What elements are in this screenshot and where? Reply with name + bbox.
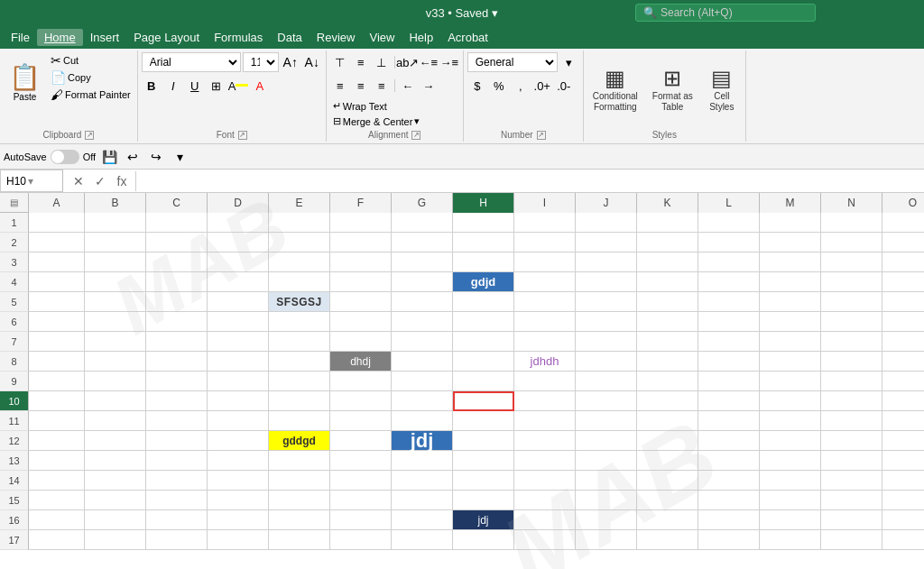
cell-A3[interactable] (29, 252, 85, 272)
col-header-E[interactable]: E (269, 193, 330, 213)
increase-indent-button[interactable]: → (419, 76, 439, 96)
cell-D6[interactable] (208, 312, 269, 332)
orientation-button[interactable]: ab↗ (398, 52, 418, 72)
cell-L15[interactable] (698, 491, 760, 510)
cell-E11[interactable] (269, 411, 330, 431)
col-header-A[interactable]: A (29, 193, 85, 213)
cell-L11[interactable] (698, 411, 760, 431)
cell-B15[interactable] (85, 491, 146, 510)
cell-I9[interactable] (514, 372, 576, 391)
decrease-indent-button[interactable]: ← (398, 76, 418, 96)
cell-C2[interactable] (146, 233, 208, 252)
bold-button[interactable]: B (142, 76, 162, 96)
cell-F13[interactable] (330, 451, 392, 471)
cell-E2[interactable] (269, 233, 330, 252)
cell-G13[interactable] (392, 451, 453, 471)
cell-G14[interactable] (392, 471, 453, 491)
align-left-button[interactable]: ≡ (330, 76, 350, 96)
cell-B17[interactable] (85, 530, 146, 550)
cell-H9[interactable] (453, 372, 514, 391)
col-header-K[interactable]: K (637, 193, 698, 213)
cell-G12[interactable]: jdj (392, 431, 453, 451)
cell-E4[interactable] (269, 272, 330, 292)
cell-E6[interactable] (269, 312, 330, 332)
cell-G7[interactable] (392, 332, 453, 352)
cell-K2[interactable] (637, 233, 698, 252)
cell-C3[interactable] (146, 252, 208, 272)
row-header-8[interactable]: 8 (0, 352, 29, 372)
cell-J11[interactable] (576, 411, 637, 431)
cell-I8[interactable]: jdhdh (514, 352, 576, 372)
cell-A13[interactable] (29, 451, 85, 471)
cell-E13[interactable] (269, 451, 330, 471)
decimal-decrease-button[interactable]: .0- (554, 76, 574, 96)
customize-qa-button[interactable]: ▾ (170, 147, 189, 167)
cell-G16[interactable] (392, 510, 453, 530)
formula-input[interactable] (138, 175, 924, 188)
cell-F4[interactable] (330, 272, 392, 292)
cell-E9[interactable] (269, 372, 330, 391)
cell-K14[interactable] (637, 471, 698, 491)
menu-home[interactable]: Home (37, 29, 83, 46)
cell-N14[interactable] (821, 471, 882, 491)
title-dropdown[interactable]: ▾ (492, 6, 498, 20)
cell-L8[interactable] (698, 352, 760, 372)
search-box[interactable]: 🔍 Search (Alt+Q) (635, 4, 816, 22)
cell-O14[interactable] (882, 471, 924, 491)
col-header-B[interactable]: B (85, 193, 146, 213)
row-header-4[interactable]: 4 (0, 272, 29, 292)
cell-O3[interactable] (882, 252, 924, 272)
format-as-table-button[interactable]: ⊞ Format asTable (647, 60, 698, 120)
row-header-1[interactable]: 1 (0, 213, 29, 233)
font-size-select[interactable]: 11 (243, 52, 279, 72)
cell-M8[interactable] (760, 352, 821, 372)
cell-O15[interactable] (882, 491, 924, 510)
menu-page-layout[interactable]: Page Layout (126, 29, 207, 46)
col-header-O[interactable]: O (882, 193, 924, 213)
cell-L5[interactable] (698, 292, 760, 312)
cell-N5[interactable] (821, 292, 882, 312)
cell-D11[interactable] (208, 411, 269, 431)
row-header-11[interactable]: 11 (0, 411, 29, 431)
cell-N6[interactable] (821, 312, 882, 332)
cell-L14[interactable] (698, 471, 760, 491)
cell-K3[interactable] (637, 252, 698, 272)
format-painter-button[interactable]: 🖌 Format Painter (48, 87, 134, 103)
cell-E7[interactable] (269, 332, 330, 352)
cell-J4[interactable] (576, 272, 637, 292)
cell-A4[interactable] (29, 272, 85, 292)
cell-F15[interactable] (330, 491, 392, 510)
cell-A9[interactable] (29, 372, 85, 391)
cell-M9[interactable] (760, 372, 821, 391)
cell-K16[interactable] (637, 510, 698, 530)
cell-M11[interactable] (760, 411, 821, 431)
cell-L3[interactable] (698, 252, 760, 272)
cell-M5[interactable] (760, 292, 821, 312)
italic-button[interactable]: I (163, 76, 183, 96)
cell-N10[interactable] (821, 391, 882, 411)
cell-O11[interactable] (882, 411, 924, 431)
col-header-M[interactable]: M (760, 193, 821, 213)
cell-O2[interactable] (882, 233, 924, 252)
cell-J6[interactable] (576, 312, 637, 332)
font-color-button[interactable]: A (250, 76, 270, 96)
cell-A12[interactable] (29, 431, 85, 451)
cell-I15[interactable] (514, 491, 576, 510)
accounting-button[interactable]: $ (467, 76, 487, 96)
cell-M16[interactable] (760, 510, 821, 530)
cell-D12[interactable] (208, 431, 269, 451)
cell-B4[interactable] (85, 272, 146, 292)
cell-E10[interactable] (269, 391, 330, 411)
cell-H11[interactable] (453, 411, 514, 431)
cell-K17[interactable] (637, 530, 698, 550)
row-header-7[interactable]: 7 (0, 332, 29, 352)
cell-C8[interactable] (146, 352, 208, 372)
cell-D5[interactable] (208, 292, 269, 312)
col-header-L[interactable]: L (698, 193, 760, 213)
cell-F17[interactable] (330, 530, 392, 550)
row-header-15[interactable]: 15 (0, 491, 29, 510)
underline-button[interactable]: U (185, 76, 205, 96)
cell-O5[interactable] (882, 292, 924, 312)
cell-L9[interactable] (698, 372, 760, 391)
cell-M14[interactable] (760, 471, 821, 491)
